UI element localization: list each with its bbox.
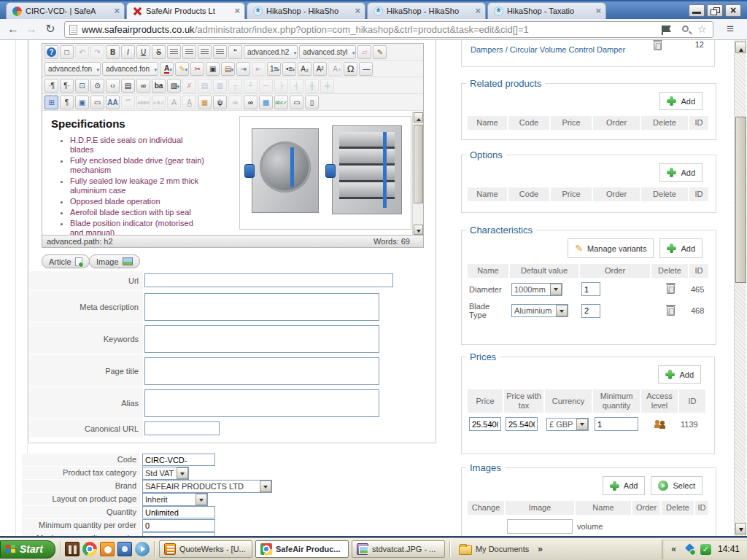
address-bar[interactable]: www.safeairproducts.co.uk/administrator/… — [64, 21, 713, 38]
diameter-select[interactable]: 1000mm — [511, 283, 562, 296]
select-image-button[interactable]: Select — [651, 476, 703, 495]
toolbar-overflow-chevron[interactable]: » — [535, 544, 546, 554]
add-price-button[interactable]: Add — [658, 365, 701, 384]
insert-row-after-icon[interactable]: ┴ — [244, 79, 258, 93]
add-image-button[interactable]: Add — [603, 476, 646, 495]
strikethrough-icon[interactable]: S — [152, 45, 166, 59]
back-button[interactable]: ← — [4, 20, 22, 38]
align-justify-icon[interactable] — [213, 45, 227, 59]
preview-icon[interactable]: ⊙ — [90, 79, 104, 93]
price-input[interactable] — [469, 417, 501, 431]
delete-trash-icon[interactable] — [667, 284, 675, 294]
alias-input[interactable] — [144, 389, 379, 417]
editor-scrollbar[interactable] — [412, 112, 423, 236]
style-select[interactable]: advanced.styl — [299, 45, 356, 59]
manage-variants-button[interactable]: ✎ Manage variants — [568, 238, 654, 258]
browser-tab[interactable]: HikaShop - HikaSho × — [367, 2, 486, 19]
row-properties-icon[interactable]: ▤ — [198, 79, 212, 93]
ltr-icon[interactable]: ·¶ — [44, 79, 58, 93]
numbered-list-icon[interactable]: 1≡ — [267, 62, 281, 76]
editor-content[interactable]: Specifications H.D.P.E side seals on ind… — [42, 112, 423, 236]
indent-icon[interactable]: ⇥ — [236, 62, 250, 76]
scroll-thumb[interactable] — [414, 125, 423, 203]
text-color-icon[interactable]: A — [160, 62, 174, 76]
add-option-button[interactable]: Add — [659, 163, 703, 182]
chrome-quicklaunch-icon[interactable] — [82, 542, 97, 556]
dropbox-tray-icon[interactable] — [684, 544, 695, 555]
page-title-input[interactable] — [144, 357, 379, 385]
url-input[interactable] — [144, 273, 393, 287]
layout-select[interactable]: Inherit — [142, 493, 208, 506]
media-player-quicklaunch-icon[interactable] — [135, 542, 150, 556]
task-button[interactable]: SafeAir Produc... — [255, 540, 349, 558]
font-size-select[interactable]: advanced.fon — [102, 62, 158, 76]
insert-col-after-icon[interactable]: ┤ — [290, 79, 303, 93]
max-quantity-input[interactable] — [142, 532, 215, 537]
align-center-icon[interactable] — [182, 45, 196, 59]
delete-trash-icon[interactable] — [667, 306, 675, 316]
insert-col-before-icon[interactable]: ├ — [274, 79, 288, 93]
spellcheck-icon[interactable]: abc✓ — [274, 96, 288, 109]
forward-button[interactable]: → — [23, 20, 40, 38]
iframe-icon[interactable]: ▯ — [305, 96, 319, 109]
scroll-down-icon[interactable] — [414, 225, 423, 235]
scroll-up-icon[interactable] — [414, 112, 423, 122]
copy-icon[interactable]: ▣ — [206, 62, 220, 76]
quotewerks-quicklaunch-icon[interactable] — [65, 542, 80, 556]
tab-close-icon[interactable]: × — [355, 7, 360, 15]
tab-close-icon[interactable]: × — [114, 7, 120, 15]
scheduler-quicklaunch-icon[interactable] — [117, 542, 132, 556]
browser-tab[interactable]: HikaShop - Taxatio × — [487, 2, 606, 19]
access-level-icon[interactable] — [654, 420, 666, 428]
merge-cells-icon[interactable]: ╪ — [320, 79, 334, 93]
quotes-icon[interactable]: “” — [121, 96, 135, 109]
start-button[interactable]: Start — [0, 540, 55, 559]
font-styles-icon[interactable]: AA — [106, 96, 120, 109]
green-check-tray-icon[interactable]: ✓ — [700, 544, 711, 555]
rtl-icon[interactable]: ¶· — [60, 79, 74, 93]
font-family-select[interactable]: advanced.fon — [44, 62, 101, 76]
min-quantity-input[interactable] — [142, 519, 215, 532]
insert-button-icon[interactable]: ▭ — [90, 96, 104, 109]
superscript-icon[interactable]: A² — [313, 62, 327, 76]
add-characteristic-button[interactable]: Add — [659, 238, 703, 258]
unlink-icon[interactable]: ∞ — [244, 96, 258, 109]
min-quantity-price-input[interactable] — [595, 417, 638, 431]
close-button[interactable] — [725, 4, 741, 17]
new-document-icon[interactable]: □ — [60, 45, 74, 59]
blockquote-icon[interactable]: “ — [228, 45, 242, 59]
code-input[interactable] — [142, 454, 215, 466]
order-input[interactable] — [581, 282, 600, 296]
format-select[interactable]: advanced.h2 — [244, 45, 298, 59]
delete-table-icon[interactable]: ✗ — [182, 79, 196, 93]
abbreviation-icon[interactable]: ABBR — [136, 96, 150, 109]
browser-tab[interactable]: CIRC-VCD- | SafeA × — [6, 2, 125, 19]
paste-icon[interactable]: ▤ — [221, 62, 235, 76]
deleted-text-icon[interactable]: A — [167, 96, 181, 109]
eraser-icon[interactable]: ▱ — [357, 45, 371, 59]
bold-icon[interactable]: B — [106, 45, 120, 59]
find-icon[interactable]: ∞ — [136, 79, 150, 93]
task-button[interactable]: stdvatcat.JPG - ... — [352, 540, 445, 558]
inserted-text-icon[interactable]: A — [182, 96, 196, 109]
browser-tab[interactable]: SafeAir Products Lt × — [126, 2, 245, 19]
delete-row-icon[interactable]: ─ — [259, 79, 273, 93]
task-button[interactable]: QuoteWerks - [U... — [159, 540, 252, 558]
special-character-icon[interactable]: Ω — [344, 62, 357, 76]
scroll-up-icon[interactable] — [735, 42, 746, 53]
italic-icon[interactable]: I — [121, 45, 135, 59]
restore-button[interactable] — [707, 4, 723, 17]
browser-menu-icon[interactable]: ≡ — [721, 20, 740, 38]
bullet-list-icon[interactable]: •≡ — [282, 62, 296, 76]
page-break-icon[interactable]: ▭ — [290, 96, 303, 109]
keywords-input[interactable] — [144, 325, 379, 353]
insert-row-before-icon[interactable]: ┬ — [228, 79, 242, 93]
scroll-down-icon[interactable] — [735, 523, 746, 534]
price-with-tax-input[interactable] — [506, 417, 538, 431]
tab-close-icon[interactable]: × — [595, 7, 601, 15]
page-scrollbar[interactable] — [734, 40, 746, 536]
outlook-quicklaunch-icon[interactable] — [100, 542, 115, 556]
meta-description-input[interactable] — [144, 293, 379, 321]
translate-icon[interactable]: ba — [152, 79, 166, 93]
print-icon[interactable]: ▤ — [121, 79, 135, 93]
